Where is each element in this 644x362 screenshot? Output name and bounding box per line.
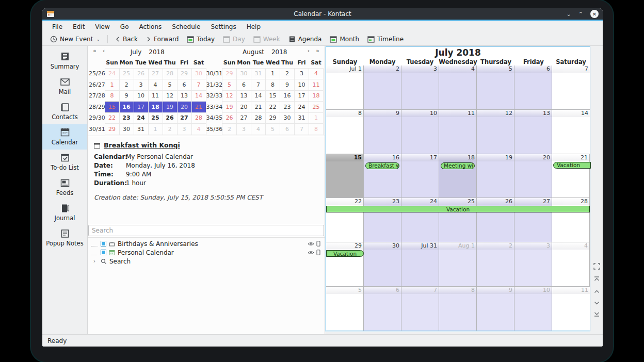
month-day-cell[interactable]: 5 — [477, 65, 514, 109]
multiday-event-bar[interactable]: Vacation — [326, 206, 590, 212]
mini-day[interactable]: 10 — [295, 79, 309, 91]
month-day-cell[interactable]: 29 — [326, 242, 364, 286]
mini-day[interactable]: 19 — [222, 102, 237, 113]
scroll-up-button[interactable] — [593, 288, 600, 295]
mini-day[interactable]: 28 — [163, 68, 177, 79]
mini-day[interactable]: 8 — [105, 90, 119, 102]
mini-day[interactable]: 30 — [237, 68, 251, 79]
mini-day[interactable]: 29 — [105, 124, 119, 135]
prev-month-button[interactable]: ‹ — [103, 47, 105, 54]
sidebar-item-calendar[interactable]: Calendar — [42, 124, 87, 150]
new-event-button[interactable]: New Event⌄ — [46, 34, 104, 44]
today-button[interactable]: Today — [183, 34, 218, 44]
mini-day[interactable]: 5 — [163, 79, 177, 91]
mini-day[interactable]: 2 — [222, 124, 237, 135]
week-number[interactable]: 32/33 — [206, 90, 222, 102]
mini-day[interactable]: 11 — [309, 79, 324, 91]
calendar-list-item[interactable]: Personal Calendar — [88, 248, 325, 257]
calendar-list-item[interactable]: ›Search — [88, 257, 325, 266]
month-day-cell[interactable]: 18Meeting with .... — [439, 154, 477, 198]
mini-day[interactable]: 29 — [266, 112, 280, 124]
month-day-cell[interactable]: 22 — [326, 198, 364, 242]
mini-day[interactable]: 28 — [251, 112, 266, 124]
month-day-cell[interactable]: 4 — [552, 242, 590, 286]
mini-day[interactable]: 24 — [295, 102, 309, 113]
mini-day[interactable]: 30 — [191, 68, 206, 79]
month-day-cell[interactable]: 16Breakfast with... — [364, 154, 401, 198]
mini-day[interactable]: 9 — [280, 79, 295, 91]
mini-day[interactable]: 29 — [177, 68, 191, 79]
timeline-button[interactable]: Timeline — [364, 34, 407, 44]
mini-day[interactable]: 29 — [222, 68, 237, 79]
calendar-checkbox[interactable] — [101, 250, 106, 255]
month-day-cell[interactable]: 8 — [439, 287, 477, 331]
week-number[interactable]: 34/35 — [206, 112, 222, 124]
mini-day[interactable]: 10 — [134, 90, 148, 102]
menu-view[interactable]: View — [90, 22, 114, 31]
month-day-cell[interactable]: 3 — [514, 242, 552, 286]
mini-day[interactable]: 24 — [105, 68, 119, 79]
mini-day[interactable]: 23 — [119, 112, 134, 124]
mini-day[interactable]: 4 — [309, 68, 324, 79]
mini-day[interactable]: 31 — [251, 68, 266, 79]
mini-month-name[interactable]: July — [131, 48, 142, 56]
month-day-cell[interactable]: 14 — [552, 110, 590, 154]
mini-day[interactable]: 14 — [191, 90, 206, 102]
month-day-cell[interactable]: 2 — [477, 242, 514, 286]
sidebar-item-to-do-list[interactable]: To-do List — [42, 150, 87, 175]
scroll-to-top-button[interactable] — [593, 276, 600, 283]
mini-day[interactable]: 1 — [309, 112, 324, 124]
mini-day[interactable]: 3 — [237, 124, 251, 135]
mini-day[interactable]: 28 — [191, 112, 206, 124]
mini-day[interactable]: 6 — [280, 124, 295, 135]
month-day-cell[interactable]: 23 — [364, 198, 401, 242]
month-day-cell[interactable]: 26 — [477, 198, 514, 242]
titlebar[interactable]: Calendar - Kontact ⌄ ⌃ ✕ — [42, 8, 603, 21]
mini-day[interactable]: 31 — [295, 112, 309, 124]
mini-day[interactable]: 3 — [177, 124, 191, 135]
month-day-cell[interactable]: 30 — [364, 242, 401, 286]
week-number[interactable]: 31/32 — [206, 79, 222, 91]
mini-day[interactable]: 30 — [280, 112, 295, 124]
sidebar-item-mail[interactable]: Mail — [42, 74, 87, 99]
minimize-button[interactable]: ⌄ — [567, 11, 571, 17]
mini-day[interactable]: 3 — [295, 68, 309, 79]
month-day-cell[interactable]: 7 — [401, 287, 439, 331]
fit-view-button[interactable] — [593, 263, 600, 271]
mini-day[interactable]: 16 — [119, 102, 134, 113]
search-input[interactable] — [88, 225, 324, 236]
mini-day[interactable]: 24 — [134, 112, 148, 124]
week-number[interactable]: 26/27 — [89, 79, 105, 91]
week-number[interactable]: 30/31 — [206, 68, 222, 79]
sidebar-item-popup-notes[interactable]: Popup Notes — [42, 225, 87, 251]
device-icon[interactable] — [316, 250, 320, 255]
mini-day[interactable]: 15 — [105, 102, 119, 113]
mini-day[interactable]: 17 — [295, 90, 309, 102]
sidebar-item-summary[interactable]: Summary — [42, 48, 87, 74]
sidebar-item-feeds[interactable]: Feeds — [42, 175, 87, 200]
close-button[interactable]: ✕ — [590, 10, 599, 18]
mini-month-year[interactable]: 2018 — [271, 48, 287, 56]
mini-day[interactable]: 20 — [237, 102, 251, 113]
expander-icon[interactable]: › — [91, 258, 98, 265]
mini-day[interactable]: 20 — [177, 102, 191, 113]
month-day-cell[interactable]: 21 — [552, 154, 590, 198]
mini-day[interactable]: 26 — [222, 112, 237, 124]
mini-day[interactable]: 27 — [177, 112, 191, 124]
mini-day[interactable]: 3 — [134, 79, 148, 91]
event-title[interactable]: Breakfast with Konqi — [104, 141, 180, 149]
month-day-cell[interactable]: 6 — [514, 65, 552, 109]
mini-day[interactable]: 7 — [191, 79, 206, 91]
mini-day[interactable]: 1 — [266, 68, 280, 79]
mini-day[interactable]: 26 — [163, 112, 177, 124]
next-year-button[interactable]: » — [316, 47, 319, 54]
week-number[interactable]: 33/34 — [206, 102, 222, 113]
mini-day[interactable]: 2 — [119, 79, 134, 91]
menu-settings[interactable]: Settings — [206, 22, 240, 31]
month-day-cell[interactable]: 11 — [439, 110, 477, 154]
month-day-cell[interactable]: 9 — [477, 287, 514, 331]
week-number[interactable]: 27/28 — [89, 90, 105, 102]
mini-day[interactable]: 9 — [119, 90, 134, 102]
next-month-button[interactable]: › — [308, 47, 310, 54]
month-day-cell[interactable]: 10 — [514, 287, 552, 331]
